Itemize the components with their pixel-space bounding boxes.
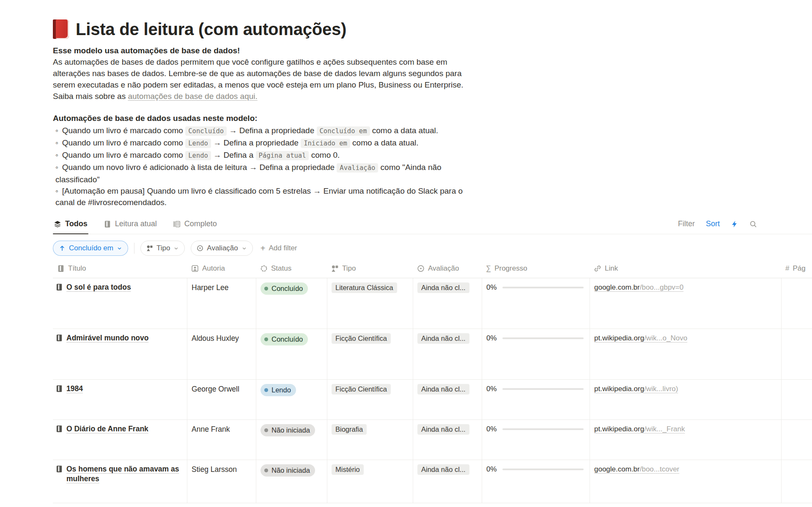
column-header-status[interactable]: Status xyxy=(256,264,327,273)
title-cell[interactable]: Os homens que não amavam as mulheres xyxy=(53,460,187,503)
chip-divider xyxy=(134,243,134,254)
status-pill[interactable]: Não iniciada xyxy=(261,464,315,477)
page-link[interactable]: O sol é para todos xyxy=(66,282,131,292)
progresso-cell[interactable]: 0% xyxy=(482,460,590,503)
tipo-cell[interactable]: Literatura Clássica xyxy=(327,278,413,329)
avaliacao-tag[interactable]: Ainda não cl... xyxy=(417,333,469,344)
status-pill[interactable]: Concluído xyxy=(261,333,308,345)
avaliacao-cell[interactable]: Ainda não cl... xyxy=(413,329,482,379)
title-cell[interactable]: O Diário de Anne Frank xyxy=(53,420,187,460)
tipo-tag[interactable]: Biografia xyxy=(332,424,367,435)
page-link[interactable]: Os homens que não amavam as mulheres xyxy=(66,464,183,484)
view-tabs-bar: Todos Leitura atual Completo Filter Sort xyxy=(53,217,812,234)
page-link[interactable]: 1984 xyxy=(66,384,83,394)
column-header-progresso[interactable]: ∑ Progresso xyxy=(482,264,590,273)
tipo-tag[interactable]: Literatura Clássica xyxy=(332,282,397,293)
bullet-item: ◦Quando um novo livro é adicionado à lis… xyxy=(53,162,465,185)
tab-label: Leitura atual xyxy=(115,219,157,228)
search-icon[interactable] xyxy=(749,220,757,228)
tab-leitura-atual[interactable]: Leitura atual xyxy=(103,217,158,234)
pag-cell[interactable] xyxy=(781,460,812,503)
avaliacao-tag[interactable]: Ainda não cl... xyxy=(417,464,469,475)
column-header-link[interactable]: Link xyxy=(590,264,781,273)
automations-doc-link[interactable]: automações de base de dados aqui. xyxy=(128,92,257,101)
author-cell[interactable]: George Orwell xyxy=(187,380,256,419)
status-dot-icon xyxy=(264,337,268,341)
external-link[interactable]: pt.wikipedia.org/wik...livro) xyxy=(594,385,678,393)
avaliacao-cell[interactable]: Ainda não cl... xyxy=(413,278,482,329)
link-cell[interactable]: pt.wikipedia.org/wik...o_Novo xyxy=(590,329,781,379)
column-header-titulo[interactable]: Título xyxy=(53,264,187,273)
avaliacao-tag[interactable]: Ainda não cl... xyxy=(417,384,469,395)
chevron-down-icon xyxy=(173,246,179,251)
title-cell[interactable]: Admirável mundo novo xyxy=(53,329,187,379)
status-cell[interactable]: Concluído xyxy=(256,278,327,329)
sort-chip-label: Concluído em xyxy=(69,244,113,252)
automations-heading: Automações de base de dados usadas neste… xyxy=(53,112,465,124)
page-title-block: Lista de leitura (com automações) xyxy=(53,19,812,39)
title-cell[interactable]: O sol é para todos xyxy=(53,278,187,329)
tipo-tag[interactable]: Ficção Científica xyxy=(332,333,391,344)
column-header-pag[interactable]: # Pág xyxy=(781,264,812,273)
author-cell[interactable]: Harper Lee xyxy=(187,278,256,329)
pag-cell[interactable] xyxy=(781,380,812,419)
tipo-tag[interactable]: Mistério xyxy=(332,464,364,475)
author-cell[interactable]: Stieg Larsson xyxy=(187,460,256,503)
column-header-tipo[interactable]: Tipo xyxy=(327,264,413,273)
sort-chip-concluido-em[interactable]: Concluído em xyxy=(53,241,128,256)
page-link[interactable]: Admirável mundo novo xyxy=(66,333,148,343)
status-cell[interactable]: Lendo xyxy=(256,380,327,419)
progress-value: 0% xyxy=(486,334,497,343)
tipo-cell[interactable]: Ficção Científica xyxy=(327,329,413,379)
status-pill[interactable]: Lendo xyxy=(261,384,296,396)
author-cell[interactable]: Anne Frank xyxy=(187,420,256,460)
tipo-cell[interactable]: Mistério xyxy=(327,460,413,503)
external-link[interactable]: pt.wikipedia.org/wik..._Frank xyxy=(594,425,685,433)
tab-label: Todos xyxy=(65,219,88,228)
link-cell[interactable]: google.com.br/boo...tcover xyxy=(590,460,781,503)
link-cell[interactable]: pt.wikipedia.org/wik...livro) xyxy=(590,380,781,419)
filter-chip-avaliacao[interactable]: Avaliação xyxy=(191,241,252,256)
tab-todos[interactable]: Todos xyxy=(53,217,88,234)
pag-cell[interactable] xyxy=(781,420,812,460)
progresso-cell[interactable]: 0% xyxy=(482,329,590,379)
progresso-cell[interactable]: 0% xyxy=(482,380,590,419)
page-title[interactable]: Lista de leitura (com automações) xyxy=(76,20,346,39)
status-cell[interactable]: Concluído xyxy=(256,329,327,379)
page-link[interactable]: O Diário de Anne Frank xyxy=(66,424,148,434)
inline-code: Página atual xyxy=(256,151,309,160)
title-cell[interactable]: 1984 xyxy=(53,380,187,419)
avaliacao-cell[interactable]: Ainda não cl... xyxy=(413,420,482,460)
external-link[interactable]: google.com.br/boo...gbpv=0 xyxy=(594,283,683,291)
avaliacao-tag[interactable]: Ainda não cl... xyxy=(417,282,469,293)
tipo-tag[interactable]: Ficção Científica xyxy=(332,384,391,395)
filter-chip-tipo[interactable]: Tipo xyxy=(140,241,185,256)
lightning-icon[interactable] xyxy=(731,220,738,228)
add-filter-button[interactable]: + Add filter xyxy=(259,244,299,252)
tipo-cell[interactable]: Biografia xyxy=(327,420,413,460)
column-header-autoria[interactable]: Autoria xyxy=(187,264,256,273)
pag-cell[interactable] xyxy=(781,278,812,329)
tipo-cell[interactable]: Ficção Científica xyxy=(327,380,413,419)
author-cell[interactable]: Aldous Huxley xyxy=(187,329,256,379)
column-header-avaliacao[interactable]: Avaliação xyxy=(413,264,482,273)
pag-cell[interactable] xyxy=(781,329,812,379)
link-cell[interactable]: google.com.br/boo...gbpv=0 xyxy=(590,278,781,329)
sort-button[interactable]: Sort xyxy=(706,219,720,228)
status-pill[interactable]: Não iniciada xyxy=(261,424,315,436)
external-link[interactable]: google.com.br/boo...tcover xyxy=(594,465,679,473)
avaliacao-cell[interactable]: Ainda não cl... xyxy=(413,380,482,419)
external-link[interactable]: pt.wikipedia.org/wik...o_Novo xyxy=(594,334,687,342)
avaliacao-tag[interactable]: Ainda não cl... xyxy=(417,424,469,435)
table-row: O sol é para todos Harper Lee Concluído … xyxy=(53,278,812,329)
progresso-cell[interactable]: 0% xyxy=(482,420,590,460)
tab-completo[interactable]: Completo xyxy=(172,217,218,234)
inline-code: Concluído em xyxy=(317,126,370,136)
status-cell[interactable]: Não iniciada xyxy=(256,420,327,460)
link-cell[interactable]: pt.wikipedia.org/wik..._Frank xyxy=(590,420,781,460)
status-cell[interactable]: Não iniciada xyxy=(256,460,327,503)
filter-button[interactable]: Filter xyxy=(678,219,695,228)
status-pill[interactable]: Concluído xyxy=(261,282,308,295)
avaliacao-cell[interactable]: Ainda não cl... xyxy=(413,460,482,503)
progresso-cell[interactable]: 0% xyxy=(482,278,590,329)
